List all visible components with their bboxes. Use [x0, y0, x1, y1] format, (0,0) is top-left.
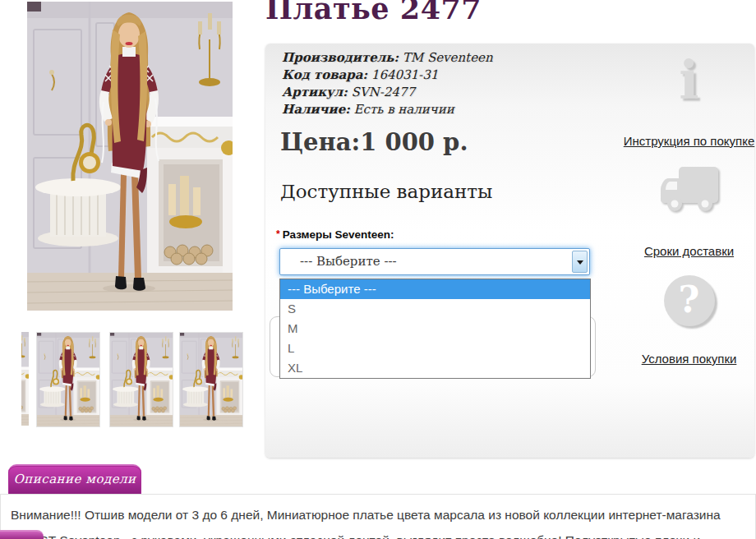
- thumbnail[interactable]: [179, 332, 243, 427]
- chevron-down-icon[interactable]: [572, 251, 588, 273]
- attribute-row: Производитель: TM Seventeen: [282, 49, 493, 67]
- size-field-label: *Размеры Seventeen:: [276, 228, 394, 241]
- size-option[interactable]: L: [280, 339, 590, 358]
- product-main-photo[interactable]: [27, 2, 233, 311]
- question-icon: ?: [617, 275, 756, 326]
- size-option[interactable]: XL: [280, 358, 590, 378]
- info-icon: i: [617, 53, 756, 106]
- tab-description[interactable]: Описание модели: [8, 464, 141, 495]
- attribute-label: Код товара:: [282, 67, 367, 82]
- size-option[interactable]: M: [280, 319, 590, 339]
- delivery-terms-link[interactable]: Сроки доставки: [617, 244, 756, 259]
- variants-heading: Доступные варианты: [280, 181, 492, 202]
- thumbnail[interactable]: [109, 332, 173, 427]
- attribute-row: Код товара: 164031-31: [282, 67, 493, 84]
- product-attributes: Производитель: TM Seventeen Код товара: …: [282, 49, 493, 118]
- attribute-value: SVN-2477: [351, 85, 414, 99]
- description-text: Внимание!!! Отшив модели от 3 до 6 дней,…: [11, 502, 739, 539]
- price-label: Цена:: [280, 128, 360, 156]
- thumbnail-partial[interactable]: [21, 332, 29, 426]
- description-panel: Внимание!!! Отшив модели от 3 до 6 дней,…: [0, 494, 756, 539]
- size-option[interactable]: --- Выберите ---: [280, 279, 590, 299]
- product-info-panel: Производитель: TM Seventeen Код товара: …: [265, 44, 754, 458]
- help-links-column: i Инструкция по покупке Сроки доставки ?: [617, 44, 756, 458]
- attribute-row: Наличие: Есть в наличии: [282, 101, 493, 118]
- price-value: 1 000 р.: [360, 128, 468, 156]
- price: Цена:1 000 р.: [280, 128, 468, 156]
- size-dropdown-list: --- Выберите --- S M L XL: [279, 279, 591, 379]
- attribute-value: TM Seventeen: [403, 50, 493, 65]
- size-select-value: --- Выберите ---: [280, 249, 589, 274]
- size-option[interactable]: S: [280, 299, 590, 319]
- attribute-label: Производитель:: [282, 50, 399, 65]
- product-page: Платье 2477 Производитель: TM Seventeen …: [0, 0, 756, 539]
- purchase-instruction-link[interactable]: Инструкция по покупке: [617, 134, 756, 149]
- truck-icon: [617, 164, 756, 221]
- attribute-row: Артикул: SVN-2477: [282, 84, 493, 101]
- attribute-label: Артикул:: [282, 85, 348, 99]
- attribute-label: Наличие:: [282, 102, 350, 117]
- required-mark: *: [276, 228, 280, 240]
- attribute-value: Есть в наличии: [354, 102, 454, 117]
- page-title: Платье 2477: [265, 0, 482, 25]
- tab-description-label: Описание модели: [8, 466, 141, 493]
- size-select[interactable]: --- Выберите ---: [279, 248, 590, 275]
- attribute-value: 164031-31: [371, 67, 438, 82]
- purchase-conditions-link[interactable]: Условия покупки: [617, 352, 756, 366]
- thumbnail[interactable]: [36, 332, 100, 427]
- next-tab-corner: [0, 530, 44, 539]
